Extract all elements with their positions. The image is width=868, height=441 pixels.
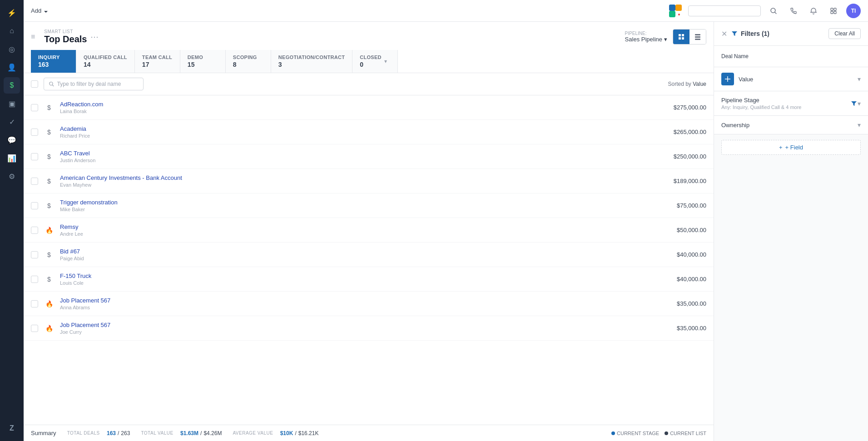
sort-label: Sorted by Value [668,81,706,87]
deal-type-icon: $ [44,200,55,211]
messages-icon[interactable]: 💬 [4,132,20,148]
more-options-icon[interactable]: ⋯ [90,32,99,42]
deal-name-filter-label: Deal Name [721,53,861,59]
row-checkbox[interactable] [31,202,38,209]
global-search-input[interactable] [688,5,761,16]
legend: CURRENT STAGE CURRENT LIST [611,431,706,436]
tab-scoping[interactable]: SCOPING 8 [226,50,271,73]
filter-bar: Sorted by Value [24,73,714,95]
topbar-icons: TI [668,4,861,18]
list-view-button[interactable] [673,30,689,44]
row-checkbox[interactable] [31,227,38,234]
tab-inquiry[interactable]: INQUIRY 163 [31,50,76,73]
deal-search-box [44,78,144,90]
total-value-metric: TOTAL VALUE $1.63M / $4.26M [141,430,222,436]
clear-all-button[interactable]: Clear All [828,28,861,39]
row-checkbox[interactable] [31,178,38,185]
reports-icon[interactable]: 📊 [4,150,20,166]
zendesk-icon[interactable]: Z [4,420,20,436]
value-filter-label: Value [739,76,858,83]
search-icon [49,81,55,87]
search-icon[interactable] [766,4,781,18]
legend-current-list: CURRENT LIST [665,431,706,436]
deal-name-link[interactable]: Remsy [60,223,671,230]
deal-name-link[interactable]: Trigger demonstration [60,199,671,206]
deal-info: American Century Investments - Bank Acco… [60,174,668,188]
value-filter-item[interactable]: Value ▾ [714,67,868,91]
deal-value: $35,000.00 [677,300,706,307]
smart-list-header: ≡ SMART LIST Top Deals ⋯ PIPELINE: Sales… [24,22,714,73]
avg-value-metric: AVERAGE VALUE $10K / $16.21K [233,430,318,436]
stage-tabs: INQUIRY 163 QUALIFIED CALL 14 TEAM CALL … [31,50,706,73]
deals-icon[interactable]: $ [4,77,20,94]
pipeline-label: PIPELINE: [625,31,667,36]
contacts-icon[interactable]: 👤 [4,59,20,75]
deal-info: Academia Richard Price [60,125,668,139]
deal-value: $40,000.00 [677,251,706,258]
pipeline-filter-funnel-icon [850,100,858,107]
ownership-filter-item[interactable]: Ownership ▾ [714,116,868,134]
smart-list-label: SMART LIST [44,29,87,34]
table-row: 🔥 Remsy Andre Lee $50,000.00 [24,218,714,243]
table-row: 🔥 Job Placement 567 Anna Abrams $35,000.… [24,292,714,316]
deal-type-icon: $ [44,127,55,138]
table-row: 🔥 Job Placement 567 Joe Curry $35,000.00 [24,316,714,341]
deal-filter-input[interactable] [57,81,139,87]
row-checkbox[interactable] [31,300,38,307]
table-row: $ ABC Travel Justin Anderson $250,000.00 [24,144,714,169]
tab-qualified-call[interactable]: QUALIFIED CALL 14 [76,50,135,73]
row-checkbox[interactable] [31,129,38,136]
bell-icon[interactable] [806,4,821,18]
pipeline-stage-filter-item[interactable]: Pipeline Stage Any: Inquiry, Qualified C… [714,91,868,116]
row-checkbox[interactable] [31,325,38,332]
row-checkbox[interactable] [31,276,38,283]
deal-name-link[interactable]: AdReaction.com [60,101,668,108]
tab-negotiation[interactable]: NEGOTIATION/CONTRACT 3 [271,50,352,73]
activity-icon[interactable]: ◎ [4,41,20,57]
svg-rect-12 [695,39,700,40]
lightning-icon[interactable]: ⚡ [4,5,20,21]
deal-name-link[interactable]: Job Placement 567 [60,322,671,328]
deal-name-link[interactable]: Academia [60,125,668,132]
home-icon[interactable]: ⌂ [4,23,20,39]
settings-icon[interactable]: ⚙ [4,168,20,184]
add-field-button[interactable]: + + Field [721,140,861,155]
summary-bar: Summary TOTAL DEALS 163 / 263 TOTAL VALU… [24,425,714,441]
deal-name-link[interactable]: Job Placement 567 [60,297,671,304]
current-stage-dot [611,431,615,435]
smart-list-title: Top Deals [44,34,87,45]
svg-line-1 [775,12,776,14]
avatar[interactable]: TI [846,4,861,18]
deal-name-link[interactable]: Bid #67 [60,248,671,255]
svg-rect-7 [682,34,684,36]
svg-rect-11 [695,36,700,38]
menu-icon[interactable]: ≡ [31,33,35,41]
tab-team-call[interactable]: TEAM CALL 17 [135,50,180,73]
deal-name-link[interactable]: F-150 Truck [60,273,671,279]
tab-demo[interactable]: DEMO 15 [180,50,226,73]
deal-name-link[interactable]: American Century Investments - Bank Acco… [60,174,668,181]
grid-view-button[interactable] [689,30,706,44]
deal-name-link[interactable]: ABC Travel [60,150,668,157]
grid-icon[interactable] [826,4,841,18]
select-all-checkbox[interactable] [31,80,38,88]
main-content: Add [24,0,868,441]
phone-icon[interactable] [786,4,801,18]
closed-chevron-icon: ▾ [384,58,387,64]
row-checkbox[interactable] [31,251,38,258]
row-checkbox[interactable] [31,153,38,160]
sidebar: ⚡ ⌂ ◎ 👤 $ ▣ ✓ 💬 📊 ⚙ Z [0,0,24,441]
row-checkbox[interactable] [31,104,38,111]
pipeline-dropdown[interactable]: Sales Pipeline ▾ [625,36,667,43]
deal-contact: Andre Lee [60,231,671,237]
tab-closed[interactable]: CLOSED 0 ▾ [352,50,398,73]
tasks-icon[interactable]: ✓ [4,114,20,130]
topbar: Add [24,0,868,22]
content-area: ≡ SMART LIST Top Deals ⋯ PIPELINE: Sales… [24,22,868,441]
deal-value: $275,000.00 [674,104,706,111]
filter-close-button[interactable]: ✕ [721,30,727,38]
add-button[interactable]: Add [31,7,49,14]
calendar-icon[interactable]: ▣ [4,95,20,112]
pipeline-controls: PIPELINE: Sales Pipeline ▾ [625,29,706,45]
deal-type-icon: $ [44,102,55,113]
